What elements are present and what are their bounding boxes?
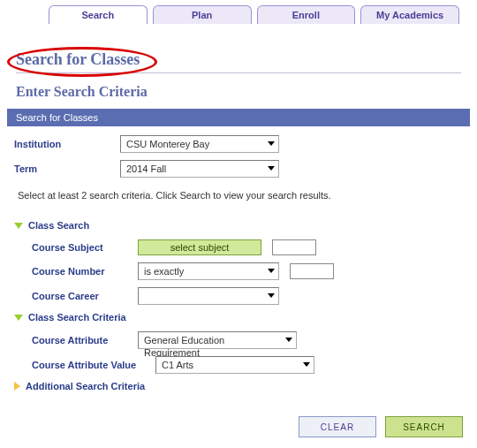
course-attribute-select[interactable]: General Education Requirement <box>138 331 297 349</box>
class-search-toggle[interactable]: Class Search <box>14 220 463 231</box>
institution-value: CSU Monterey Bay <box>126 139 209 149</box>
class-search-title: Class Search <box>28 220 89 231</box>
course-attribute-value-select[interactable]: C1 Arts <box>155 356 314 374</box>
tab-my-academics[interactable]: My Academics <box>360 5 459 24</box>
course-subject-label: Course Subject <box>14 242 138 253</box>
course-attribute-value-selected: C1 Arts <box>162 360 193 370</box>
course-career-label: Course Career <box>14 291 138 301</box>
section-bar: Search for Classes <box>7 109 470 126</box>
select-subject-button[interactable]: select subject <box>138 239 261 255</box>
term-value: 2014 Fall <box>126 163 166 174</box>
chevron-down-icon <box>268 269 275 273</box>
course-attribute-value-label: Course Attribute Value <box>14 360 155 370</box>
course-attribute-value: General Education Requirement <box>144 335 224 358</box>
clear-button[interactable]: Clear <box>299 416 376 437</box>
course-number-label: Course Number <box>14 266 138 277</box>
class-search-criteria-toggle[interactable]: Class Search Criteria <box>14 312 463 323</box>
tab-row: Search Plan Enroll My Academics <box>0 0 477 24</box>
subheading: Enter Search Criteria <box>0 79 477 109</box>
class-search-criteria-title: Class Search Criteria <box>28 312 126 323</box>
course-subject-input[interactable] <box>272 239 316 255</box>
chevron-down-icon <box>285 338 292 342</box>
tab-plan[interactable]: Plan <box>153 5 252 24</box>
tab-enroll[interactable]: Enroll <box>257 5 356 24</box>
institution-label: Institution <box>14 139 120 149</box>
institution-select[interactable]: CSU Monterey Bay <box>120 135 279 153</box>
page-title: Search for Classes <box>16 50 461 71</box>
criteria-note: Select at least 2 search criteria. Click… <box>14 185 463 213</box>
term-label: Term <box>14 163 120 174</box>
collapse-down-icon <box>14 315 23 321</box>
chevron-down-icon <box>268 293 275 298</box>
additional-criteria-title: Additional Search Criteria <box>26 381 145 391</box>
chevron-down-icon <box>268 141 275 146</box>
chevron-down-icon <box>268 166 275 171</box>
course-number-op-value: is exactly <box>144 266 184 277</box>
term-select[interactable]: 2014 Fall <box>120 160 279 178</box>
form-body: Institution CSU Monterey Bay Term 2014 F… <box>0 126 477 413</box>
tab-search[interactable]: Search <box>49 5 148 24</box>
chevron-down-icon <box>303 362 310 367</box>
course-number-input[interactable] <box>290 263 334 279</box>
title-rule <box>16 72 461 73</box>
heading-area: Search for Classes <box>0 24 477 79</box>
expand-right-icon <box>14 382 20 391</box>
search-button[interactable]: Search <box>385 416 463 437</box>
additional-criteria-toggle[interactable]: Additional Search Criteria <box>14 381 463 391</box>
course-attribute-label: Course Attribute <box>14 335 138 345</box>
button-row: Clear Search <box>0 413 477 446</box>
collapse-down-icon <box>14 223 23 229</box>
course-number-op-select[interactable]: is exactly <box>138 262 279 280</box>
course-career-select[interactable] <box>138 287 279 305</box>
